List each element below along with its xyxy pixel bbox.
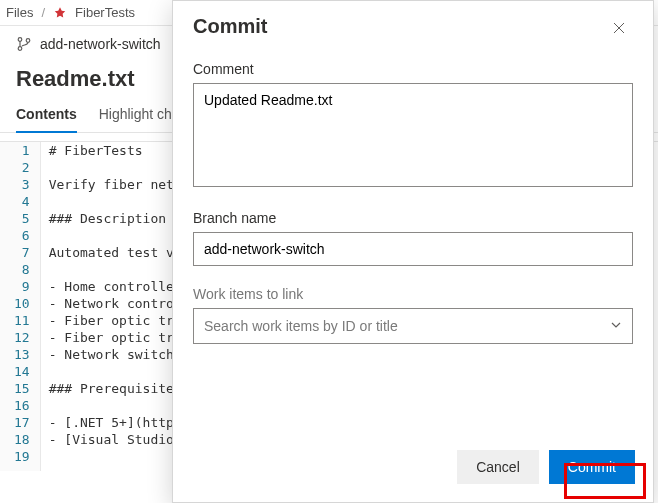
line-number: 13 xyxy=(14,346,30,363)
code-line: Verify fiber netw xyxy=(49,176,182,193)
line-number: 6 xyxy=(14,227,30,244)
line-number: 4 xyxy=(14,193,30,210)
line-number: 14 xyxy=(14,363,30,380)
line-number: 5 xyxy=(14,210,30,227)
breadcrumb-project[interactable]: FiberTests xyxy=(75,5,135,20)
branch-name: add-network-switch xyxy=(40,36,161,52)
line-number: 10 xyxy=(14,295,30,312)
line-number: 1 xyxy=(14,142,30,159)
line-number: 16 xyxy=(14,397,30,414)
code-line: ### Prerequisites xyxy=(49,380,182,397)
line-number: 8 xyxy=(14,261,30,278)
code-line: - Home controller xyxy=(49,278,182,295)
line-number: 3 xyxy=(14,176,30,193)
code-line: # FiberTests xyxy=(49,142,182,159)
code-line xyxy=(49,397,182,414)
code-line xyxy=(49,261,182,278)
chevron-down-icon xyxy=(610,318,622,334)
comment-label: Comment xyxy=(193,61,633,77)
commit-dialog: Commit Comment Branch name Work items to… xyxy=(172,0,654,503)
project-icon xyxy=(53,6,67,20)
code-line: - Network switche xyxy=(49,346,182,363)
line-number: 2 xyxy=(14,159,30,176)
tab-highlight-changes[interactable]: Highlight cha xyxy=(99,98,180,132)
code-line: - Network control xyxy=(49,295,182,312)
code-line: ### Description xyxy=(49,210,182,227)
commit-button[interactable]: Commit xyxy=(549,450,635,484)
svg-point-0 xyxy=(18,38,22,42)
code-line xyxy=(49,227,182,244)
code-line: - Fiber optic tra xyxy=(49,329,182,346)
breadcrumb-files[interactable]: Files xyxy=(6,5,33,20)
line-number: 12 xyxy=(14,329,30,346)
code-line xyxy=(49,448,182,465)
code-line: - [Visual Studio xyxy=(49,431,182,448)
code-line: - [.NET 5+](https xyxy=(49,414,182,431)
close-icon xyxy=(611,20,627,39)
code-line xyxy=(49,159,182,176)
close-button[interactable] xyxy=(605,15,633,43)
code-line: - Fiber optic tra xyxy=(49,312,182,329)
code-line: Automated test va xyxy=(49,244,182,261)
line-number: 19 xyxy=(14,448,30,465)
line-number: 7 xyxy=(14,244,30,261)
svg-point-2 xyxy=(26,39,30,43)
branch-icon xyxy=(16,36,32,52)
branch-name-label: Branch name xyxy=(193,210,633,226)
cancel-button[interactable]: Cancel xyxy=(457,450,539,484)
line-number: 11 xyxy=(14,312,30,329)
tab-contents[interactable]: Contents xyxy=(16,98,77,132)
comment-input[interactable] xyxy=(193,83,633,187)
svg-point-1 xyxy=(18,47,22,51)
workitems-combo[interactable]: Search work items by ID or title xyxy=(193,308,633,344)
breadcrumb-separator: / xyxy=(41,5,45,20)
branch-name-input[interactable] xyxy=(193,232,633,266)
line-number: 18 xyxy=(14,431,30,448)
line-number: 17 xyxy=(14,414,30,431)
workitems-placeholder: Search work items by ID or title xyxy=(204,318,398,334)
dialog-title: Commit xyxy=(193,15,267,38)
line-number: 9 xyxy=(14,278,30,295)
line-number: 15 xyxy=(14,380,30,397)
code-line xyxy=(49,193,182,210)
code-line xyxy=(49,363,182,380)
workitems-label: Work items to link xyxy=(193,286,633,302)
